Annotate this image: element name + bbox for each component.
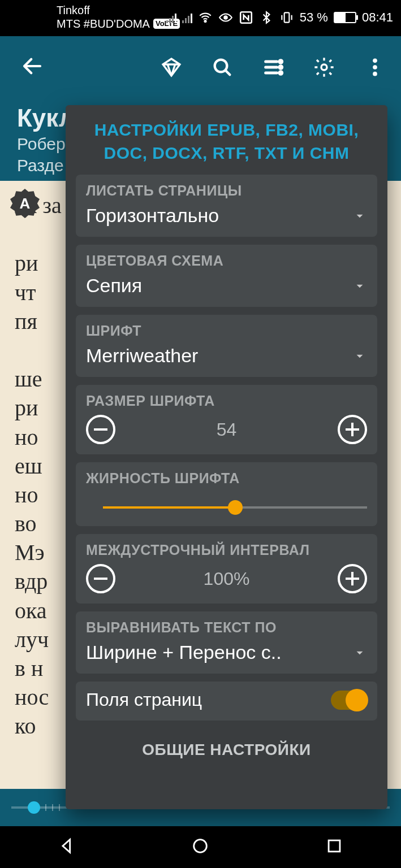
premium-icon[interactable] xyxy=(160,56,183,79)
setting-label: ВЫРАВНИВАТЬ ТЕКСТ ПО xyxy=(86,619,367,636)
eye-icon xyxy=(218,10,233,25)
setting-font: ШРИФТ Merriweather xyxy=(76,315,377,377)
svg-point-10 xyxy=(373,65,377,70)
chevron-down-icon xyxy=(352,279,367,293)
chevron-down-icon xyxy=(352,209,367,223)
font-dropdown[interactable]: Merriweather xyxy=(86,345,367,367)
weight-slider[interactable] xyxy=(86,499,367,516)
line-value: 100% xyxy=(204,568,250,589)
chevron-down-icon xyxy=(352,645,367,660)
clock: 08:41 xyxy=(362,10,393,25)
reader-settings-popover: НАСТРОЙКИ EPUB, FB2, MOBI, DOC, DOCX, RT… xyxy=(66,105,387,809)
font-size-decrease[interactable] xyxy=(86,415,115,444)
contents-icon[interactable] xyxy=(262,56,284,79)
nav-recent[interactable] xyxy=(325,836,344,858)
signal-sim2-icon xyxy=(182,12,192,23)
status-bar: Tinkoff MTS #BUD'DOMA VoLTE 53 % 08:41 xyxy=(0,0,401,36)
overflow-icon[interactable] xyxy=(364,56,386,79)
theme-value: Сепия xyxy=(86,275,142,297)
margins-switch[interactable] xyxy=(331,691,367,710)
battery-icon xyxy=(334,12,356,23)
setting-label: ЛИСТАТЬ СТРАНИЦЫ xyxy=(86,183,367,199)
svg-point-5 xyxy=(279,60,282,63)
line-increase[interactable] xyxy=(338,564,367,593)
font-size-value: 54 xyxy=(217,419,237,440)
bluetooth-icon xyxy=(259,10,274,25)
general-settings-button[interactable]: ОБЩИЕ НАСТРОЙКИ xyxy=(76,728,377,765)
settings-icon[interactable] xyxy=(313,56,335,79)
font-value: Merriweather xyxy=(86,345,198,367)
app-bar xyxy=(0,36,401,98)
setting-label: ЖИРНОСТЬ ШРИФТА xyxy=(86,470,367,487)
search-icon[interactable] xyxy=(211,56,234,79)
back-button[interactable] xyxy=(20,54,44,80)
carrier-primary: Tinkoff xyxy=(57,3,180,17)
battery-percent: 53 % xyxy=(300,10,328,25)
svg-point-6 xyxy=(279,66,282,69)
svg-point-11 xyxy=(373,72,377,76)
margins-label: Поля страниц xyxy=(86,689,202,710)
setting-label: РАЗМЕР ШРИФТА xyxy=(86,393,367,409)
wifi-icon xyxy=(198,10,213,25)
signal-sim1-icon xyxy=(166,12,176,23)
setting-label: МЕЖДУСТРОЧНЫЙ ИНТЕРВАЛ xyxy=(86,542,367,558)
android-nav xyxy=(0,826,401,868)
setting-paging: ЛИСТАТЬ СТРАНИЦЫ Горизонтально xyxy=(76,175,377,237)
svg-point-7 xyxy=(279,72,282,75)
progress-thumb[interactable] xyxy=(28,801,40,814)
setting-margins: Поля страниц xyxy=(76,682,377,721)
chevron-down-icon xyxy=(352,349,367,363)
vibrate-icon xyxy=(279,10,294,25)
popover-title: НАСТРОЙКИ EPUB, FB2, MOBI, DOC, DOCX, RT… xyxy=(76,119,377,175)
font-size-increase[interactable] xyxy=(338,415,367,444)
nav-back[interactable] xyxy=(57,836,76,858)
svg-point-12 xyxy=(194,840,207,853)
setting-font-size: РАЗМЕР ШРИФТА 54 xyxy=(76,385,377,454)
nfc-icon xyxy=(239,10,253,25)
setting-line-spacing: МЕЖДУСТРОЧНЫЙ ИНТЕРВАЛ 100% xyxy=(76,534,377,604)
setting-align: ВЫРАВНИВАТЬ ТЕКСТ ПО Ширине + Перенос с.… xyxy=(76,611,377,674)
align-dropdown[interactable]: Ширине + Перенос с.. xyxy=(86,641,367,663)
svg-point-0 xyxy=(204,20,206,22)
nav-home[interactable] xyxy=(191,836,210,858)
svg-point-1 xyxy=(224,16,227,19)
align-value: Ширине + Перенос с.. xyxy=(86,641,282,663)
paging-value: Горизонтально xyxy=(86,205,219,227)
setting-font-weight: ЖИРНОСТЬ ШРИФТА xyxy=(76,462,377,526)
svg-point-9 xyxy=(373,59,377,63)
svg-rect-13 xyxy=(329,840,340,852)
line-decrease[interactable] xyxy=(86,564,115,593)
setting-theme: ЦВЕТОВАЯ СХЕМА Сепия xyxy=(76,245,377,307)
paging-dropdown[interactable]: Горизонтально xyxy=(86,205,367,227)
svg-point-8 xyxy=(321,64,327,70)
theme-dropdown[interactable]: Сепия xyxy=(86,275,367,297)
carrier-secondary: MTS #BUD'DOMA xyxy=(57,17,150,31)
setting-label: ЦВЕТОВАЯ СХЕМА xyxy=(86,253,367,269)
setting-label: ШРИФТ xyxy=(86,323,367,339)
svg-rect-3 xyxy=(284,12,289,22)
